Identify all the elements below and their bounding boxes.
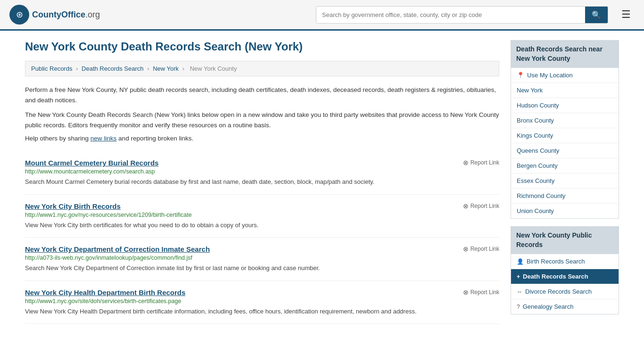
public-records-item-0[interactable]: 👤 Birth Records Search bbox=[511, 254, 619, 269]
nearby-item-6[interactable]: Bergen County bbox=[511, 158, 619, 173]
pr-icon-2: ↔ bbox=[517, 288, 522, 295]
nearby-item-0[interactable]: 📍Use My Location bbox=[511, 68, 619, 83]
menu-button[interactable]: ☰ bbox=[618, 7, 635, 23]
result-title-3[interactable]: New York City Health Department Birth Re… bbox=[25, 288, 185, 296]
nearby-item-1[interactable]: New York bbox=[511, 83, 619, 98]
search-bar: 🔍 bbox=[316, 6, 608, 24]
result-url-3[interactable]: http://www1.nyc.gov/site/doh/services/bi… bbox=[25, 298, 499, 304]
report-link-1[interactable]: ⊗ Report Link bbox=[463, 202, 499, 210]
result-item: ⊗ Report Link New York City Health Depar… bbox=[25, 281, 499, 324]
pr-icon-1: + bbox=[517, 273, 520, 280]
result-title-0[interactable]: Mount Carmel Cemetery Burial Records bbox=[25, 159, 158, 167]
nearby-item-3[interactable]: Bronx County bbox=[511, 113, 619, 128]
public-records-list: 👤 Birth Records Search + Death Records S… bbox=[511, 254, 619, 314]
breadcrumb-public-records[interactable]: Public Records bbox=[31, 65, 72, 72]
report-link-0[interactable]: ⊗ Report Link bbox=[463, 159, 499, 166]
public-records-link-2[interactable]: Divorce Records Search bbox=[525, 288, 592, 295]
result-url-1[interactable]: http://www1.nyc.gov/nyc-resources/servic… bbox=[25, 212, 499, 218]
nearby-list: 📍Use My LocationNew YorkHudson CountyBro… bbox=[511, 68, 619, 219]
description-1: Perform a free New York County, NY publi… bbox=[25, 85, 499, 105]
breadcrumb-current: New York County bbox=[190, 65, 237, 72]
result-desc-0: Search Mount Carmel Cemetery burial reco… bbox=[25, 177, 499, 187]
nearby-link-3[interactable]: Bronx County bbox=[517, 117, 554, 124]
result-title-1[interactable]: New York City Birth Records bbox=[25, 202, 121, 210]
result-item: ⊗ Report Link Mount Carmel Cemetery Buri… bbox=[25, 151, 499, 195]
result-desc-3: View New York City Health Department bir… bbox=[25, 307, 499, 316]
nearby-header: Death Records Search near New York Count… bbox=[511, 40, 619, 68]
nearby-item-5[interactable]: Queens County bbox=[511, 143, 619, 158]
result-desc-1: View New York City birth certificates fo… bbox=[25, 221, 499, 230]
sidebar: Death Records Search near New York Count… bbox=[511, 40, 619, 324]
nearby-link-4[interactable]: Kings County bbox=[517, 132, 553, 139]
result-item: ⊗ Report Link New York City Birth Record… bbox=[25, 195, 499, 238]
nearby-section: Death Records Search near New York Count… bbox=[511, 40, 619, 219]
results-list: ⊗ Report Link Mount Carmel Cemetery Buri… bbox=[25, 151, 499, 324]
breadcrumb-new-york[interactable]: New York bbox=[153, 65, 179, 72]
result-url-2[interactable]: http://a073-ils-web.nyc.gov/inmatelookup… bbox=[25, 255, 499, 261]
nearby-link-9[interactable]: Union County bbox=[517, 207, 554, 214]
page-title: New York County Death Records Search (Ne… bbox=[25, 40, 499, 53]
public-records-link-1[interactable]: Death Records Search bbox=[523, 273, 588, 280]
result-desc-2: Search New York City Department of Corre… bbox=[25, 263, 499, 273]
new-links-link[interactable]: new links bbox=[91, 135, 117, 142]
pr-icon-3: ? bbox=[517, 304, 520, 310]
nearby-link-1[interactable]: New York bbox=[517, 87, 543, 94]
description-2: The New York County Death Records Search… bbox=[25, 110, 499, 130]
nearby-item-9[interactable]: Union County bbox=[511, 204, 619, 218]
result-title-2[interactable]: New York City Department of Correction I… bbox=[25, 245, 210, 253]
nearby-link-7[interactable]: Essex County bbox=[517, 177, 554, 184]
public-records-link-3[interactable]: Genealogy Search bbox=[523, 303, 574, 310]
breadcrumb-death-records[interactable]: Death Records Search bbox=[82, 65, 144, 72]
nearby-item-2[interactable]: Hudson County bbox=[511, 98, 619, 113]
public-records-item-3[interactable]: ? Genealogy Search bbox=[511, 299, 619, 314]
nearby-link-5[interactable]: Queens County bbox=[517, 147, 559, 154]
nearby-item-4[interactable]: Kings County bbox=[511, 128, 619, 143]
result-url-0[interactable]: http://www.mountcarmelcemetery.com/searc… bbox=[25, 168, 499, 175]
search-input[interactable] bbox=[316, 7, 585, 23]
public-records-link-0[interactable]: Birth Records Search bbox=[527, 258, 585, 265]
help-text: Help others by sharing new links and rep… bbox=[25, 135, 499, 142]
nearby-link-6[interactable]: Bergen County bbox=[517, 162, 558, 169]
pr-icon-0: 👤 bbox=[517, 258, 524, 265]
public-records-item-1[interactable]: + Death Records Search bbox=[511, 269, 619, 284]
public-records-header: New York County Public Records bbox=[511, 226, 619, 254]
logo-text: CountyOffice.org bbox=[32, 10, 100, 20]
nearby-link-8[interactable]: Richmond County bbox=[517, 192, 565, 199]
logo-link[interactable]: ⊛ CountyOffice.org bbox=[9, 5, 100, 25]
location-icon: 📍 bbox=[517, 72, 524, 79]
nearby-link-2[interactable]: Hudson County bbox=[517, 102, 559, 109]
logo-icon: ⊛ bbox=[9, 5, 29, 25]
public-records-item-2[interactable]: ↔ Divorce Records Search bbox=[511, 284, 619, 299]
public-records-section: New York County Public Records 👤 Birth R… bbox=[511, 226, 619, 314]
content-area: New York County Death Records Search (Ne… bbox=[25, 40, 499, 324]
report-link-2[interactable]: ⊗ Report Link bbox=[463, 245, 499, 253]
site-header: ⊛ CountyOffice.org 🔍 ☰ bbox=[0, 0, 644, 31]
nearby-item-7[interactable]: Essex County bbox=[511, 173, 619, 189]
main-container: New York County Death Records Search (Ne… bbox=[16, 31, 628, 333]
breadcrumb: Public Records › Death Records Search › … bbox=[25, 61, 499, 76]
nearby-item-8[interactable]: Richmond County bbox=[511, 189, 619, 204]
search-button[interactable]: 🔍 bbox=[585, 7, 608, 23]
nearby-link-0[interactable]: Use My Location bbox=[527, 72, 573, 79]
report-link-3[interactable]: ⊗ Report Link bbox=[463, 288, 499, 296]
result-item: ⊗ Report Link New York City Department o… bbox=[25, 238, 499, 281]
